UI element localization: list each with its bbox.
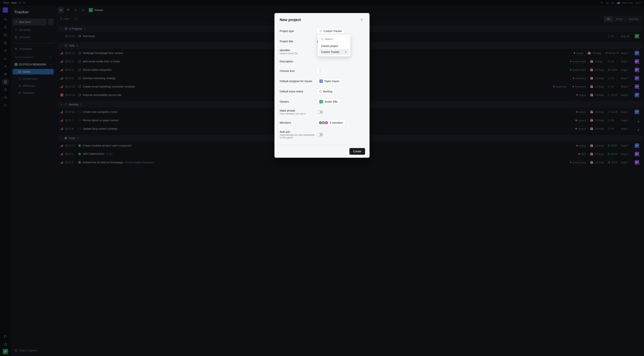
default-assignee-label: Default assignee for issues [280, 80, 317, 83]
choose-icon-label: Choose icon [280, 69, 317, 72]
owners-label: Owners [280, 100, 317, 103]
auto-join-toggle[interactable] [317, 133, 323, 136]
create-button[interactable]: Create [350, 148, 365, 155]
svg-point-52 [320, 30, 322, 32]
owners-select[interactable]: JE Jordan Ellis [317, 99, 340, 105]
default-status-label: Default issue status [280, 90, 317, 93]
modal-title: New project [280, 18, 301, 22]
check-icon: ✓ [345, 50, 347, 53]
dropdown-option-custom[interactable]: Custom Tracker ✓ [319, 49, 349, 55]
default-assignee-select[interactable]: TH Taylor Hayes [317, 78, 342, 84]
new-project-modal: New project Project type Custom Tracker … [274, 13, 370, 158]
default-status-select[interactable]: Backlog [317, 89, 335, 94]
members-select[interactable]: J A M 4 members [317, 120, 345, 126]
make-private-sublabel: Only members can see it [280, 112, 317, 115]
project-type-label: Project type [280, 30, 317, 33]
make-private-label: Make private [280, 109, 317, 112]
project-type-dropdown: Classic project Custom Tracker ✓ [318, 35, 350, 56]
project-title-label: Project title [280, 40, 317, 43]
project-type-select[interactable]: Custom Tracker [317, 28, 344, 34]
auto-join-sublabel: Automatically join new employees to this… [280, 134, 317, 139]
auto-join-label: Auto join [280, 130, 317, 133]
dropdown-option-classic[interactable]: Classic project [319, 43, 349, 49]
dropdown-search-input[interactable] [319, 36, 349, 42]
project-emoji-icon: 📄 [319, 69, 322, 72]
icon-picker[interactable]: 📄 [317, 68, 324, 74]
close-icon[interactable] [359, 17, 364, 22]
private-toggle[interactable] [317, 110, 323, 114]
identifier-sublabel: Used in issue IDs [280, 52, 317, 55]
members-label: Members [280, 121, 317, 124]
identifier-label: Identifier [280, 49, 317, 52]
modal-backdrop[interactable]: New project Project type Custom Tracker … [0, 0, 644, 356]
description-label: Description [280, 60, 317, 63]
